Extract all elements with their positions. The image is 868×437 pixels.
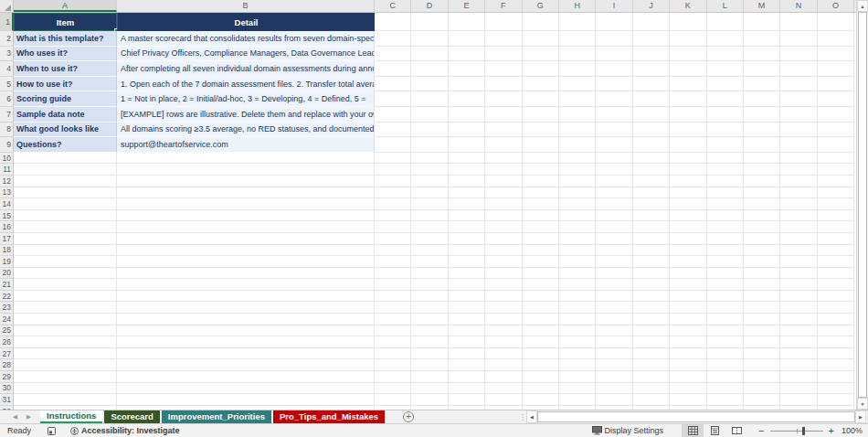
cell-D4[interactable] <box>411 61 448 77</box>
cell-A13[interactable] <box>14 187 117 199</box>
column-header-E[interactable]: E <box>449 0 485 12</box>
cell-J14[interactable] <box>633 198 670 210</box>
display-settings-button[interactable]: Display Settings <box>592 426 664 435</box>
cell-M31[interactable] <box>744 394 780 406</box>
tab-pro-tips-and-mistakes[interactable]: Pro_Tips_and_Mistakes <box>273 410 385 423</box>
cell-G19[interactable] <box>523 256 559 268</box>
cell-G1[interactable] <box>523 13 559 31</box>
cell-N6[interactable] <box>780 91 817 107</box>
cell-K3[interactable] <box>670 47 706 62</box>
cell-J31[interactable] <box>633 394 670 406</box>
cell-C20[interactable] <box>375 268 411 280</box>
cell-L14[interactable] <box>707 198 744 210</box>
cell-M5[interactable] <box>744 77 780 92</box>
cell-C26[interactable] <box>375 336 411 348</box>
cell-K20[interactable] <box>670 268 706 280</box>
cell-F10[interactable] <box>485 153 522 165</box>
cell-I2[interactable] <box>596 31 632 47</box>
cell-A10[interactable] <box>14 153 117 165</box>
cell-C18[interactable] <box>375 245 411 257</box>
cell-L23[interactable] <box>707 302 744 314</box>
row-header-16[interactable]: 16 <box>0 221 14 233</box>
cell-I5[interactable] <box>596 77 632 92</box>
cell-G12[interactable] <box>523 176 559 187</box>
cell-M24[interactable] <box>744 314 780 325</box>
cell-B20[interactable] <box>117 268 375 280</box>
cell-E3[interactable] <box>449 47 485 62</box>
cell-F9[interactable] <box>485 137 522 153</box>
cell-C14[interactable] <box>375 198 411 210</box>
cell-J3[interactable] <box>633 47 670 62</box>
cell-N27[interactable] <box>780 348 817 360</box>
cell-L18[interactable] <box>707 245 744 257</box>
cell-L6[interactable] <box>707 91 744 107</box>
row-header-10[interactable]: 10 <box>0 153 14 165</box>
cell-I9[interactable] <box>596 137 632 153</box>
cell-B22[interactable] <box>117 291 375 303</box>
cell-J12[interactable] <box>633 176 670 187</box>
cell-I20[interactable] <box>596 268 632 280</box>
cell-C8[interactable] <box>375 123 411 138</box>
cell-C17[interactable] <box>375 233 411 245</box>
cell-G9[interactable] <box>523 137 559 153</box>
cell-O25[interactable] <box>818 325 854 337</box>
cell-D17[interactable] <box>411 233 448 245</box>
cell-F1[interactable] <box>485 13 522 31</box>
cell-O8[interactable] <box>818 123 854 138</box>
cell-I30[interactable] <box>596 383 632 395</box>
scroll-up-arrow-icon[interactable]: ▲ <box>857 0 868 12</box>
row-header-15[interactable]: 15 <box>0 210 14 222</box>
cell-E14[interactable] <box>449 198 485 210</box>
cell-K16[interactable] <box>670 221 706 233</box>
column-header-O[interactable]: O <box>818 0 854 12</box>
cell-J25[interactable] <box>633 325 670 337</box>
row-header-20[interactable]: 20 <box>0 268 14 280</box>
column-header-G[interactable]: G <box>523 0 559 12</box>
cell-I21[interactable] <box>596 279 632 291</box>
row-header-11[interactable]: 11 <box>0 164 14 176</box>
cell-F8[interactable] <box>485 123 522 138</box>
cell-F26[interactable] <box>485 336 522 348</box>
cell-H25[interactable] <box>559 325 596 337</box>
cell-B6[interactable]: 1 = Not in place, 2 = Initial/ad-hoc, 3 … <box>117 91 375 107</box>
cell-E25[interactable] <box>449 325 485 337</box>
row-header-4[interactable]: 4 <box>0 61 14 77</box>
cell-L24[interactable] <box>707 314 744 325</box>
cell-O29[interactable] <box>818 371 854 383</box>
cell-G22[interactable] <box>523 291 559 303</box>
cell-L16[interactable] <box>707 221 744 233</box>
cell-F16[interactable] <box>485 221 522 233</box>
cell-J23[interactable] <box>633 302 670 314</box>
cell-E18[interactable] <box>449 245 485 257</box>
scroll-left-arrow-icon[interactable]: ◀ <box>526 410 537 423</box>
row-header-27[interactable]: 27 <box>0 348 14 360</box>
column-header-C[interactable]: C <box>375 0 411 12</box>
cell-K7[interactable] <box>670 107 706 123</box>
tab-instructions[interactable]: Instructions <box>40 410 102 423</box>
row-header-12[interactable]: 12 <box>0 176 14 187</box>
column-header-H[interactable]: H <box>559 0 596 12</box>
cell-N23[interactable] <box>780 302 817 314</box>
cell-B15[interactable] <box>117 210 375 222</box>
cell-K28[interactable] <box>670 359 706 371</box>
cell-A19[interactable] <box>14 256 117 268</box>
cell-O4[interactable] <box>818 61 854 77</box>
cell-I3[interactable] <box>596 47 632 62</box>
cell-I27[interactable] <box>596 348 632 360</box>
row-header-21[interactable]: 21 <box>0 279 14 291</box>
cell-K18[interactable] <box>670 245 706 257</box>
cell-B31[interactable] <box>117 394 375 406</box>
cell-M11[interactable] <box>744 164 780 176</box>
page-layout-view-button[interactable] <box>704 424 725 437</box>
cell-K14[interactable] <box>670 198 706 210</box>
cell-M22[interactable] <box>744 291 780 303</box>
cell-C25[interactable] <box>375 325 411 337</box>
cell-G5[interactable] <box>523 77 559 92</box>
cell-D22[interactable] <box>411 291 448 303</box>
cell-O31[interactable] <box>818 394 854 406</box>
cell-I4[interactable] <box>596 61 632 77</box>
cell-N11[interactable] <box>780 164 817 176</box>
scroll-down-arrow-icon[interactable]: ▼ <box>857 398 868 410</box>
select-all-button[interactable] <box>0 0 14 12</box>
cell-N19[interactable] <box>780 256 817 268</box>
